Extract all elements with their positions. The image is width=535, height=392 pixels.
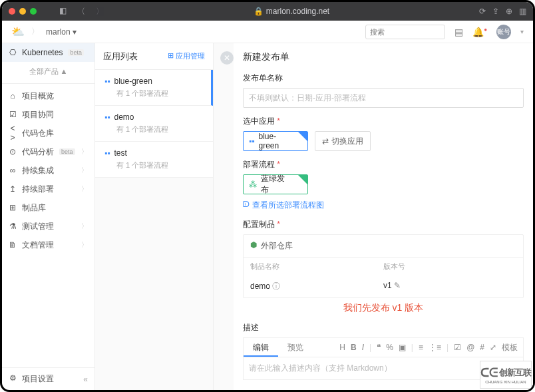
tabs-icon[interactable]: ▥ [519,7,526,16]
artifact-box: ⬢外部仓库 制品名称版本号 demo ⓘ v1 ✎ [243,234,524,298]
chevron-down-icon[interactable]: ▾ [520,28,524,35]
sidebar-item[interactable]: ↥持续部署〉 [2,180,94,198]
label-release-name: 发布单名称 [243,73,524,84]
expand-icon[interactable]: ⤢ [490,343,496,352]
label-description: 描述 [243,322,524,333]
tab-edit[interactable]: 编辑 [244,338,278,357]
sidebar-toggle-icon[interactable]: ◧ [59,6,67,17]
release-name-input[interactable] [243,88,524,108]
app-list-item[interactable]: ▪▪demo有 1 个部署流程 [95,106,213,142]
artifact-name-cell: demo ⓘ [250,281,383,292]
label-deploy-flow: 部署流程 [243,159,524,170]
repo-icon: ⬢ [250,240,257,252]
app-icon: ▪▪ [249,136,255,146]
label-artifacts: 配置制品 [243,219,524,230]
edit-icon[interactable]: ✎ [394,281,401,290]
repo-name: 外部仓库 [261,240,293,252]
label-selected-app: 选中应用 [243,116,524,127]
url-bar[interactable]: 🔒marlon.coding.net [108,7,475,16]
selected-flow-box[interactable]: ⁂蓝绿发布 [243,174,308,194]
close-panel-button[interactable]: ✕ [220,51,234,65]
swap-icon: ⇄ [322,136,329,146]
logo-icon[interactable]: ⛅ [11,25,25,38]
max-dot[interactable] [30,8,37,15]
italic-icon[interactable]: I [362,343,364,352]
flowchart-icon: ᗟ [243,200,250,211]
bold-icon[interactable]: B [351,343,357,352]
panel-title: 新建发布单 [243,51,524,63]
info-icon[interactable]: ⓘ [272,282,280,291]
breadcrumb-project[interactable]: marlon ▾ [46,27,77,37]
hash-icon[interactable]: # [480,343,484,352]
sidebar-item[interactable]: ⌂项目概览 [2,87,94,105]
back-icon[interactable]: 〈 [77,6,85,17]
topbar: ⛅ 〉 marlon ▾ ▤ 🔔● 账号 ▾ [2,21,533,43]
app-list-panel: 应用列表 ⊞应用管理 ▪▪blue-green有 1 个部署流程▪▪demo有 … [95,43,214,390]
forward-icon[interactable]: 〉 [96,6,104,17]
h-icon[interactable]: H [339,343,345,352]
grid-icon[interactable]: ▤ [454,27,463,37]
sidebar-item[interactable]: 🗎文档管理〉 [2,236,94,254]
gear-icon: ⚙ [9,373,17,385]
avatar[interactable]: 账号 [496,25,511,39]
share-icon[interactable]: ⇪ [492,7,499,16]
image-icon[interactable]: ▣ [399,343,406,352]
switch-app-button[interactable]: ⇄切换应用 [315,131,371,151]
checklist-icon[interactable]: ☑ [454,343,461,352]
collapse-icon[interactable]: « [83,375,88,384]
min-dot[interactable] [19,8,26,15]
search-input[interactable] [365,25,445,39]
new-tab-icon[interactable]: ⊕ [506,7,512,16]
link-icon[interactable]: % [386,343,393,352]
app-list-title: 应用列表 [103,51,138,63]
editor-tabs: 编辑 预览 H B I | ❝ % ▣ | ≡ ⋮≡ | ☑ [243,337,524,357]
selected-app-box[interactable]: ▪▪blue-green [243,131,308,151]
beta-badge: beta [68,49,84,56]
app-list-item[interactable]: ▪▪test有 1 个部署流程 [95,142,213,178]
sidebar-item[interactable]: ⊙代码分析 beta〉 [2,142,94,161]
artifact-version-cell[interactable]: v1 ✎ [383,281,516,292]
template-button[interactable]: 模板 [502,342,518,353]
breadcrumb-sep: 〉 [31,26,39,37]
view-flow-link[interactable]: ᗟ查看所选部署流程图 [243,200,524,211]
app-manage-link[interactable]: ⊞应用管理 [168,51,205,61]
annotation-text: 我们先发布 v1 版本 [243,302,524,314]
sidebar-item[interactable]: ∞持续集成〉 [2,161,94,180]
grid-icon: ⊞ [168,51,174,61]
lock-icon: 🔒 [254,7,264,16]
app-list-item[interactable]: ▪▪blue-green有 1 个部署流程 [95,70,213,106]
col-version: 版本号 [383,262,516,272]
ol-icon[interactable]: ⋮≡ [429,343,441,352]
k8s-icon: ⎔ [9,48,17,57]
quote-icon[interactable]: ❝ [377,343,381,352]
bell-icon[interactable]: 🔔● [472,27,487,37]
watermark: ᑕᕮ创新互联 CHUANG XIN HULIAN [480,361,532,389]
mac-titlebar: ◧ 〈 〉 🔒marlon.coding.net ⟳ ⇪ ⊕ ▥ [2,2,533,21]
flow-icon: ⁂ [249,180,257,189]
col-artifact-name: 制品名称 [250,262,383,272]
close-dot[interactable] [9,8,15,15]
sidebar-item[interactable]: < >代码仓库 [2,124,94,142]
sidebar-item-kubernetes[interactable]: ⎔Kubernetes beta [2,43,94,62]
sidebar-item-settings[interactable]: ⚙项目设置 [9,373,54,385]
primary-sidebar: ⎔Kubernetes beta 全部产品 ▲ ⌂项目概览☑项目协同< >代码仓… [2,43,95,390]
sidebar-item[interactable]: ⊞制品库 [2,198,94,217]
refresh-icon[interactable]: ⟳ [479,7,486,16]
ul-icon[interactable]: ≡ [419,343,423,352]
at-icon[interactable]: @ [466,343,474,352]
tab-preview[interactable]: 预览 [278,338,313,357]
sidebar-item[interactable]: ⚗测试管理〉 [2,217,94,236]
sidebar-item[interactable]: ☑项目协同 [2,105,94,124]
sidebar-all-products[interactable]: 全部产品 ▲ [2,62,94,81]
